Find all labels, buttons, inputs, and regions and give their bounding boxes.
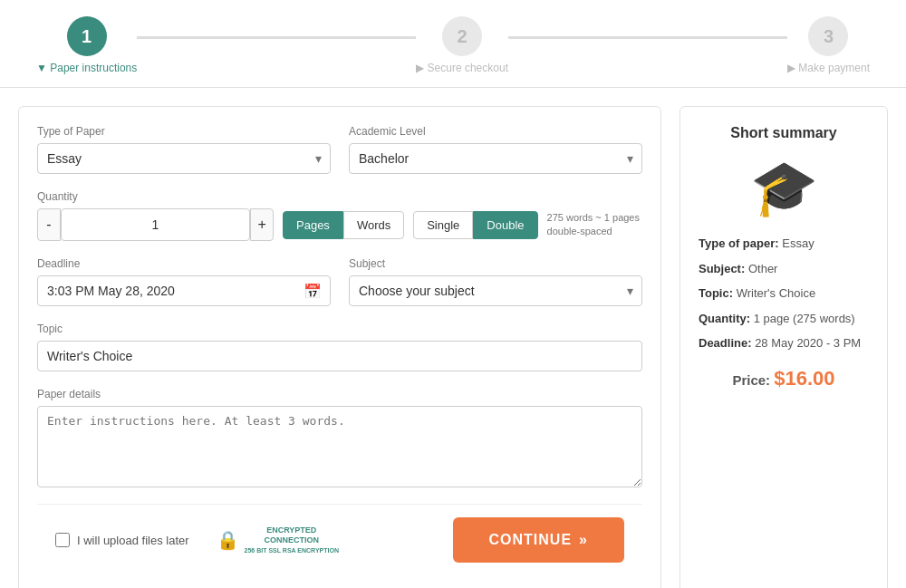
summary-topic: Topic: Writer's Choice bbox=[699, 284, 869, 303]
words-button[interactable]: Words bbox=[343, 211, 404, 239]
price-value: $16.00 bbox=[774, 367, 834, 390]
quantity-minus-button[interactable]: - bbox=[37, 208, 61, 241]
encrypt-text: ENCRYPTED CONNECTION 256 BIT SSL RSA ENC… bbox=[245, 525, 339, 554]
encryption-badge: 🔒 ENCRYPTED CONNECTION 256 BIT SSL RSA E… bbox=[217, 525, 339, 554]
type-of-paper-select[interactable]: Essay Research Paper Term Paper Disserta… bbox=[37, 143, 331, 174]
quantity-label: Quantity bbox=[37, 190, 642, 203]
upload-checkbox[interactable] bbox=[55, 533, 70, 547]
summary-card: Short summary 🎓 Type of paper: Essay Sub… bbox=[680, 106, 888, 588]
row-quantity: Quantity - + Pages Words Single bbox=[37, 190, 642, 241]
row-paper-details: Paper details bbox=[37, 388, 642, 487]
type-of-paper-group: Type of Paper Essay Research Paper Term … bbox=[37, 125, 331, 174]
quantity-row: - + bbox=[37, 208, 274, 241]
main-content: Type of Paper Essay Research Paper Term … bbox=[0, 88, 906, 588]
form-card: Type of Paper Essay Research Paper Term … bbox=[18, 106, 661, 588]
double-button[interactable]: Double bbox=[473, 211, 537, 239]
step-1-arrow: ▼ bbox=[36, 62, 50, 74]
step-line-1-2 bbox=[137, 36, 416, 39]
row-deadline-subject: Deadline 📅 Subject Choose your subject M… bbox=[37, 257, 642, 306]
single-button[interactable]: Single bbox=[413, 211, 473, 239]
academic-level-label: Academic Level bbox=[349, 125, 642, 138]
row-type-level: Type of Paper Essay Research Paper Term … bbox=[37, 125, 642, 174]
subject-group: Subject Choose your subject Math Science… bbox=[349, 257, 642, 306]
price-label: Price: bbox=[732, 372, 770, 388]
paper-details-label: Paper details bbox=[37, 388, 642, 400]
deadline-input[interactable] bbox=[37, 275, 331, 306]
deadline-wrapper: 📅 bbox=[37, 275, 331, 306]
subject-wrapper: Choose your subject Math Science History… bbox=[349, 275, 642, 306]
subject-label: Subject bbox=[349, 257, 642, 270]
academic-level-wrapper: High School Undergraduate Bachelor Maste… bbox=[349, 143, 642, 174]
step-2-circle: 2 bbox=[442, 16, 482, 56]
price-row: Price: $16.00 bbox=[699, 367, 869, 390]
type-of-paper-wrapper: Essay Research Paper Term Paper Disserta… bbox=[37, 143, 331, 174]
summary-type: Type of paper: Essay bbox=[699, 235, 869, 253]
subject-select[interactable]: Choose your subject Math Science History… bbox=[349, 275, 642, 306]
deadline-group: Deadline 📅 bbox=[37, 257, 331, 306]
step-3-arrow: ▶ bbox=[787, 62, 798, 74]
step-3-label: ▶ Make payment bbox=[787, 62, 870, 74]
topic-label: Topic bbox=[37, 323, 642, 335]
step-2-arrow: ▶ bbox=[416, 62, 427, 74]
topic-input[interactable] bbox=[37, 341, 642, 371]
paper-details-group: Paper details bbox=[37, 388, 642, 487]
step-1-circle: 1 bbox=[67, 16, 107, 56]
summary-quantity: Quantity: 1 page (275 words) bbox=[699, 310, 869, 328]
step-1: 1 ▼ Paper instructions bbox=[36, 16, 137, 74]
academic-level-group: Academic Level High School Undergraduate… bbox=[349, 125, 642, 174]
step-line-2-3 bbox=[508, 36, 787, 39]
step-2-label: ▶ Secure checkout bbox=[416, 62, 508, 74]
academic-level-select[interactable]: High School Undergraduate Bachelor Maste… bbox=[349, 143, 642, 174]
spacing-toggle: Single Double bbox=[413, 211, 537, 239]
step-3-circle: 3 bbox=[808, 16, 848, 56]
pages-words-toggle: Pages Words bbox=[283, 211, 404, 239]
continue-arrow-icon: » bbox=[579, 532, 588, 548]
step-2: 2 ▶ Secure checkout bbox=[416, 16, 508, 74]
quantity-group: Quantity - + Pages Words Single bbox=[37, 190, 642, 241]
step-3: 3 ▶ Make payment bbox=[787, 16, 870, 74]
deadline-label: Deadline bbox=[37, 257, 331, 270]
lock-icon: 🔒 bbox=[217, 529, 239, 551]
row-topic: Topic bbox=[37, 323, 642, 371]
bottom-bar: I will upload files later 🔒 ENCRYPTED CO… bbox=[37, 504, 642, 575]
summary-deadline: Deadline: 28 May 2020 - 3 PM bbox=[699, 334, 869, 352]
summary-title: Short summary bbox=[699, 125, 869, 141]
topic-group: Topic bbox=[37, 323, 642, 371]
paper-details-textarea[interactable] bbox=[37, 406, 642, 487]
graduation-cap-icon: 🎓 bbox=[699, 156, 869, 220]
type-of-paper-label: Type of Paper bbox=[37, 125, 331, 138]
page-wrapper: 1 ▼ Paper instructions 2 ▶ Secure checko… bbox=[0, 0, 906, 588]
words-info: 275 words ~ 1 pages double-spaced bbox=[547, 211, 640, 239]
summary-subject: Subject: Other bbox=[699, 260, 869, 278]
continue-button[interactable]: CONTINUE » bbox=[453, 517, 624, 563]
quantity-input[interactable] bbox=[61, 208, 251, 241]
upload-checkbox-group: I will upload files later bbox=[55, 533, 189, 547]
pages-button[interactable]: Pages bbox=[283, 211, 343, 239]
upload-label: I will upload files later bbox=[77, 534, 189, 547]
quantity-plus-button[interactable]: + bbox=[250, 208, 274, 241]
steps-bar: 1 ▼ Paper instructions 2 ▶ Secure checko… bbox=[0, 0, 906, 74]
step-1-label: ▼ Paper instructions bbox=[36, 62, 137, 74]
